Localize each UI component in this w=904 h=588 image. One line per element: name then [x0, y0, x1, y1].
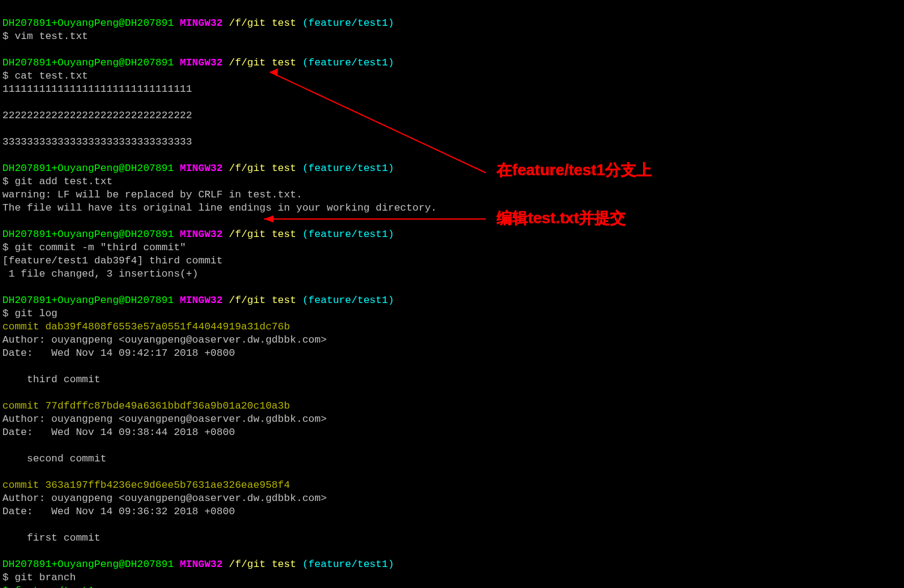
prompt-userhost: DH207891+OuyangPeng@DH207891: [2, 17, 174, 29]
log-commit2: commit 77dfdffc87bde49a6361bbdf36a9b01a2…: [2, 400, 290, 412]
terminal-output[interactable]: DH207891+OuyangPeng@DH207891 MINGW32 /f/…: [2, 4, 437, 588]
log-commit1: commit dab39f4808f6553e57a0551f44044919a…: [2, 321, 290, 332]
prompt-sys: MINGW32: [180, 559, 223, 570]
commit-out2: 1 file changed, 3 insertions(+): [2, 268, 198, 280]
log-author2: Author: ouyangpeng <ouyangpeng@oaserver.…: [2, 413, 327, 425]
prompt-branch: (feature/test1): [302, 295, 394, 306]
prompt-branch: (feature/test1): [302, 229, 394, 240]
prompt-branch: (feature/test1): [302, 559, 394, 570]
prompt-sys: MINGW32: [180, 295, 223, 306]
prompt-sys: MINGW32: [180, 57, 223, 68]
log-date3: Date: Wed Nov 14 09:36:32 2018 +0800: [2, 506, 235, 517]
log-msg3: first commit: [2, 532, 100, 544]
prompt-userhost: DH207891+OuyangPeng@DH207891: [2, 229, 174, 240]
log-date1: Date: Wed Nov 14 09:42:17 2018 +0800: [2, 347, 235, 359]
commit-out1: [feature/test1 dab39f4] third commit: [2, 255, 223, 266]
prompt-branch: (feature/test1): [302, 57, 394, 68]
prompt-sigil: $: [2, 308, 8, 319]
prompt-path: /f/git test: [229, 57, 296, 68]
prompt-sigil: $: [2, 31, 8, 42]
prompt-sigil: $: [2, 176, 8, 187]
log-commit3: commit 363a197ffb4236ec9d6ee5b7631ae326e…: [2, 479, 290, 491]
prompt-sigil: $: [2, 572, 8, 583]
cmd-gitlog: git log: [14, 308, 57, 319]
prompt-userhost: DH207891+OuyangPeng@DH207891: [2, 295, 174, 306]
prompt-branch: (feature/test1): [302, 17, 394, 29]
cmd-cat: cat test.txt: [14, 70, 88, 82]
log-author1: Author: ouyangpeng <ouyangpeng@oaserver.…: [2, 334, 327, 346]
gitadd-warn1: warning: LF will be replaced by CRLF in …: [2, 189, 302, 200]
branch-current: * feature/test1: [2, 585, 94, 588]
prompt-branch: (feature/test1): [302, 163, 394, 174]
prompt-sys: MINGW32: [180, 17, 223, 29]
log-msg1: third commit: [2, 374, 100, 385]
prompt-path: /f/git test: [229, 163, 296, 174]
prompt-sigil: $: [2, 242, 8, 253]
prompt-sys: MINGW32: [180, 229, 223, 240]
cmd-gitadd: git add test.txt: [14, 176, 112, 187]
prompt-path: /f/git test: [229, 295, 296, 306]
log-author3: Author: ouyangpeng <ouyangpeng@oaserver.…: [2, 493, 327, 504]
prompt-userhost: DH207891+OuyangPeng@DH207891: [2, 163, 174, 174]
cmd-vim: vim test.txt: [14, 31, 88, 42]
prompt-sys: MINGW32: [180, 163, 223, 174]
file-line3: 3333333333333333333333333333333: [2, 136, 192, 148]
prompt-path: /f/git test: [229, 17, 296, 29]
prompt-path: /f/git test: [229, 559, 296, 570]
prompt-userhost: DH207891+OuyangPeng@DH207891: [2, 57, 174, 68]
annotation-text-2: 编辑test.txt并提交: [497, 211, 626, 224]
prompt-path: /f/git test: [229, 229, 296, 240]
annotation-text-1: 在feature/test1分支上: [497, 163, 652, 176]
cmd-gitcommit: git commit -m "third commit": [14, 242, 186, 253]
prompt-sigil: $: [2, 70, 8, 82]
log-date2: Date: Wed Nov 14 09:38:44 2018 +0800: [2, 427, 235, 438]
gitadd-warn2: The file will have its original line end…: [2, 202, 437, 214]
file-line2: 2222222222222222222222222222222: [2, 110, 192, 121]
log-msg2: second commit: [2, 453, 106, 464]
cmd-gitbranch: git branch: [14, 572, 76, 583]
prompt-userhost: DH207891+OuyangPeng@DH207891: [2, 559, 174, 570]
file-line1: 1111111111111111111111111111111: [2, 83, 192, 95]
